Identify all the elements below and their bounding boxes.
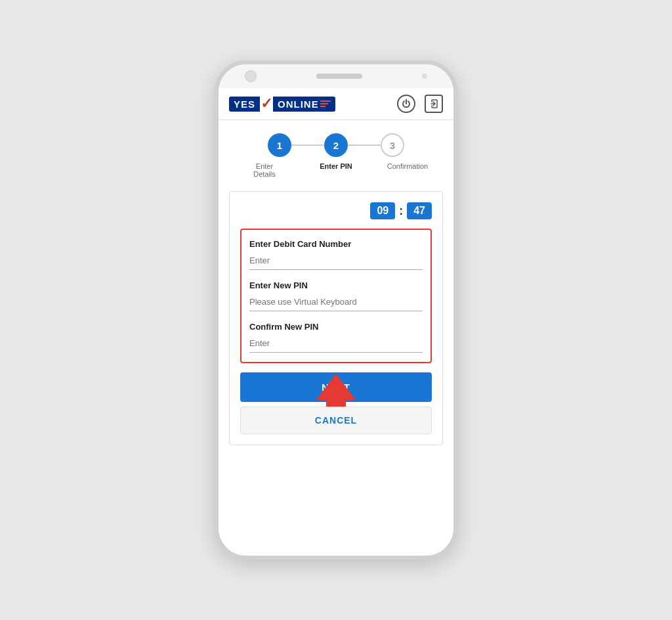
debit-card-group: Enter Debit Card Number <box>249 239 423 270</box>
front-camera <box>245 70 257 82</box>
sensor <box>422 74 427 79</box>
stepper-labels: EnterDetails Enter PIN Confirmation <box>238 162 434 178</box>
phone-top-bar <box>219 64 453 88</box>
confirm-pin-input[interactable] <box>249 334 423 353</box>
logo-online-text: ONLINE <box>273 97 335 112</box>
step-2-circle: 2 <box>324 133 348 157</box>
logout-button[interactable] <box>425 95 443 113</box>
new-pin-group: Enter New PIN <box>249 280 423 311</box>
cancel-button[interactable]: CANCEL <box>240 407 432 434</box>
step-2-label: Enter PIN <box>313 162 359 170</box>
step-line-1 <box>291 144 324 146</box>
step-1-label: EnterDetails <box>242 162 287 178</box>
step-3-circle: 3 <box>381 133 404 157</box>
step-line-2 <box>348 144 381 146</box>
header-actions <box>397 95 443 113</box>
debit-card-input[interactable] <box>249 252 423 270</box>
app-header: YES ✓ ONLINE <box>219 88 453 120</box>
logo-decoration <box>320 100 331 107</box>
stepper-circles: 1 2 3 <box>268 133 404 157</box>
confirm-pin-label: Confirm New PIN <box>249 322 423 332</box>
stepper: 1 2 3 EnterDetails Enter PIN Confirmatio… <box>219 120 453 185</box>
app-logo: YES ✓ ONLINE <box>229 97 335 112</box>
debit-card-label: Enter Debit Card Number <box>249 239 423 249</box>
power-button[interactable] <box>397 95 415 113</box>
pin-form: Enter Debit Card Number Enter New PIN Co… <box>240 229 432 363</box>
earpiece-speaker <box>316 74 362 79</box>
timer-seconds: 47 <box>407 202 432 219</box>
timer-row: 09 : 47 <box>240 202 432 219</box>
timer-minutes: 09 <box>370 202 395 219</box>
confirm-pin-group: Confirm New PIN <box>249 322 423 353</box>
new-pin-label: Enter New PIN <box>249 280 423 290</box>
phone-screen: YES ✓ ONLINE <box>219 88 453 556</box>
phone-frame: YES ✓ ONLINE <box>215 60 457 560</box>
step-3-label: Confirmation <box>385 162 430 170</box>
new-pin-input[interactable] <box>249 293 423 311</box>
logo-slash: ✓ <box>261 97 272 111</box>
logo-yes-text: YES <box>229 97 260 112</box>
content-card: 09 : 47 Enter Debit Card Number Enter Ne… <box>229 191 443 445</box>
timer-colon: : <box>399 204 403 218</box>
step-1-circle: 1 <box>268 133 291 157</box>
